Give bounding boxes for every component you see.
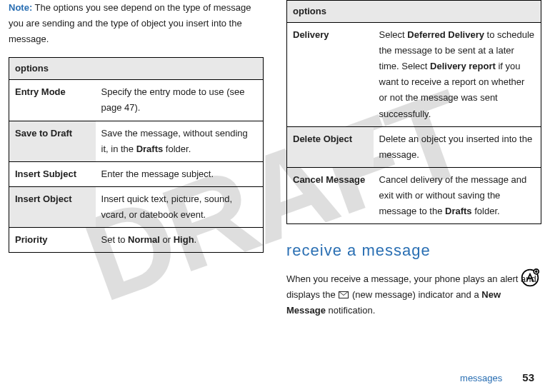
row-value: Delete an object you inserted into the m… xyxy=(374,126,541,167)
table-row: Insert Subject Enter the message subject… xyxy=(9,161,264,186)
row-key: Insert Subject xyxy=(9,161,96,186)
row-key: Insert Object xyxy=(9,186,96,227)
table-row: Entry Mode Specify the entry mode to use… xyxy=(9,80,264,121)
page-columns: Note: The options you see depend on the … xyxy=(0,0,550,318)
table-row: Delete Object Delete an object you inser… xyxy=(287,126,541,167)
right-options-table: options Delivery Select Deferred Deliver… xyxy=(286,0,541,224)
table-row: Delivery Select Deferred Delivery to sch… xyxy=(287,23,541,127)
table-row: Priority Set to Normal or High. xyxy=(9,228,264,253)
row-key: Entry Mode xyxy=(9,80,96,121)
table-row: Insert Object Insert quick text, picture… xyxy=(9,186,264,227)
table-row: Save to Draft Save the message, without … xyxy=(9,121,264,161)
row-value: Cancel delivery of the message and exit … xyxy=(374,167,541,223)
row-key: Cancel Message xyxy=(287,167,374,223)
right-column: options Delivery Select Deferred Deliver… xyxy=(286,0,541,318)
receive-body: When you receive a message, your phone p… xyxy=(286,271,541,318)
left-options-table: options Entry Mode Specify the entry mod… xyxy=(9,57,264,253)
left-table-header: options xyxy=(9,58,264,80)
right-table-header: options xyxy=(287,1,541,23)
page-footer: messages53 xyxy=(460,368,534,387)
row-value: Set to Normal or High. xyxy=(96,228,264,253)
footer-section: messages xyxy=(460,373,502,383)
row-value: Select Deferred Delivery to schedule the… xyxy=(374,23,541,127)
envelope-icon xyxy=(339,291,349,298)
row-key: Delivery xyxy=(287,23,374,127)
note-text: The options you see depend on the type o… xyxy=(9,2,251,44)
row-key: Priority xyxy=(9,228,96,253)
footer-page-number: 53 xyxy=(522,371,534,383)
section-heading-receive: receive a message xyxy=(286,237,541,263)
row-value: Enter the message subject. xyxy=(96,161,264,186)
note-label: Note: xyxy=(9,2,32,13)
row-key: Save to Draft xyxy=(9,121,96,161)
left-column: Note: The options you see depend on the … xyxy=(9,0,264,318)
row-value: Insert quick text, picture, sound, vcard… xyxy=(96,186,264,227)
row-key: Delete Object xyxy=(287,126,374,167)
note-paragraph: Note: The options you see depend on the … xyxy=(9,0,264,47)
row-value: Save the message, without sending it, in… xyxy=(96,121,264,161)
row-value: Specify the entry mode to use (see page … xyxy=(96,80,264,121)
table-row: Cancel Message Cancel delivery of the me… xyxy=(287,167,541,223)
